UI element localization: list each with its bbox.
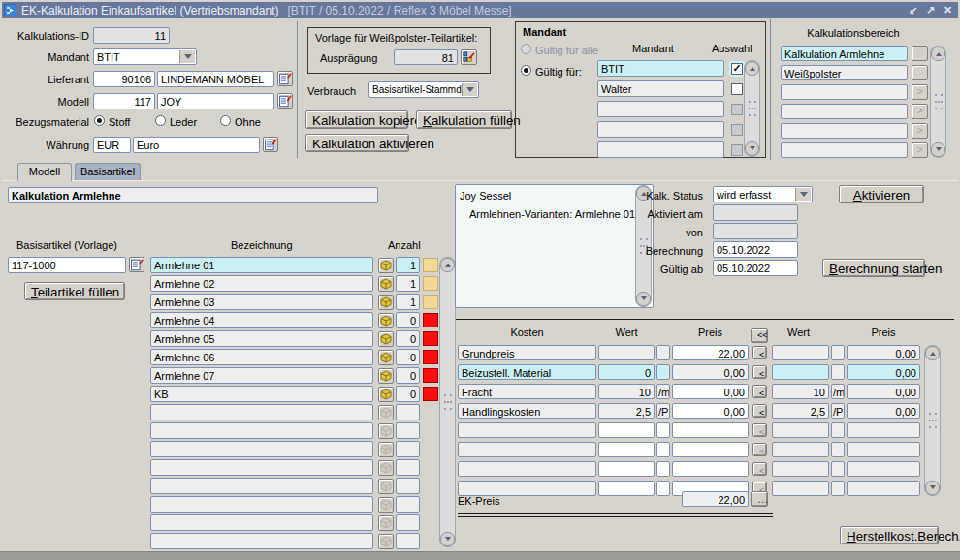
anzahl-field[interactable] [396,441,420,457]
anzahl-field[interactable] [396,404,420,420]
kosten-name-field[interactable]: Grundpreis [458,345,596,360]
kosten-name-field[interactable] [458,481,596,496]
bezeichnung-field[interactable]: Armlehne 03 [150,294,373,310]
copy-row-button[interactable]: < [752,365,767,379]
wert2-field[interactable]: 10 [772,384,829,399]
gueltig-ab-field[interactable]: 05.10.2022 [713,260,798,276]
mandant-select[interactable]: BTIT [93,48,197,65]
bereich-nav-button[interactable]: > [912,123,928,139]
anzahl-field[interactable] [396,496,420,513]
scroll-down-icon[interactable] [931,142,945,157]
anzahl-field[interactable] [396,514,420,531]
bezeichnung-field[interactable]: KB [150,386,373,402]
scroll-up-icon[interactable] [925,346,940,360]
teilartikel-package-icon[interactable] [378,350,394,365]
bezeichnung-field[interactable]: Armlehne 06 [150,349,373,365]
anzahl-field[interactable]: 0 [396,330,420,347]
tab-basisartikel[interactable]: Basisartikel [75,163,141,180]
copy-row-button[interactable]: < [752,346,767,359]
kalkulation-kopieren-button[interactable]: Kalkulation kopieren [305,110,408,129]
lieferant-number-field[interactable]: 90106 [93,71,155,87]
anzahl-field[interactable]: 1 [396,294,420,310]
auswahl-checkbox[interactable] [731,83,743,95]
berechnung-starten-button[interactable]: Berechnung starten [822,259,925,277]
wert-field[interactable]: 10 [598,384,655,399]
anzahl-field[interactable]: 0 [396,312,420,328]
chevron-down-icon[interactable] [462,83,477,96]
teilartikel-package-icon[interactable] [378,295,394,310]
window-close-icon[interactable]: ✕ [941,3,955,17]
bezeichnung-field[interactable] [150,404,373,420]
lieferant-lookup-icon[interactable] [277,71,293,86]
modell-lookup-icon[interactable] [277,93,293,109]
bereich-nav-button[interactable]: > [912,104,928,119]
copy-all-button[interactable]: << [751,328,768,343]
anzahl-field[interactable]: 1 [396,257,420,273]
mandant-name-field[interactable]: Walter [597,80,724,97]
copy-row-button[interactable]: < [752,443,767,456]
einheit-field[interactable] [656,345,670,360]
bezeichnung-field[interactable] [150,422,373,439]
chevron-down-icon[interactable] [795,188,811,201]
bereich-nav-button[interactable] [912,65,928,80]
einheit2-field[interactable]: /PE [831,403,845,419]
scroll-up-icon[interactable] [931,47,945,61]
aktivieren-button[interactable]: Aktivieren [839,185,924,203]
scroll-down-icon[interactable] [925,481,940,495]
wert2-field[interactable] [772,345,829,360]
kosten-name-field[interactable]: Handlingskosten [458,403,596,419]
scroll-down-icon[interactable] [636,292,651,306]
window-maximize-icon[interactable]: ↗ [923,3,938,17]
preis2-field[interactable] [847,461,920,477]
wert-field[interactable] [598,481,655,496]
anzahl-field[interactable] [396,533,420,549]
herstellkosten-berechnung-button[interactable]: Herstellkost.Berech. [840,526,939,544]
einheit-field[interactable] [656,364,670,380]
bezeichnung-field[interactable] [150,496,373,513]
wert2-field[interactable] [772,364,829,380]
verbrauch-select[interactable]: Basisartikel-Stammd... [368,81,479,98]
wert2-field[interactable] [772,422,829,438]
radio-gueltig-fuer[interactable] [521,65,531,76]
preis-field[interactable]: 0,00 [672,384,749,399]
preis2-field[interactable]: 0,00 [847,403,920,419]
bezeichnung-field[interactable]: Armlehne 07 [150,367,373,384]
anzahl-field[interactable]: 1 [396,275,420,292]
bereich-scrollbar[interactable] [930,46,946,158]
bereich-item-field[interactable]: Kalkulation Armlehne [781,46,908,61]
wert-field[interactable] [598,345,655,360]
bereich-item-field[interactable] [781,84,908,100]
anzahl-field[interactable] [396,459,420,476]
anzahl-field[interactable]: 0 [396,349,420,365]
chevron-down-icon[interactable] [179,50,195,63]
preis-field[interactable]: 0,00 [672,403,749,419]
kosten-name-field[interactable] [458,461,596,477]
bezeichnung-field[interactable] [150,533,373,549]
scroll-up-icon[interactable] [745,61,759,76]
basisartikel-vorlage-field[interactable]: 117-1000 [8,257,126,273]
einheit2-field[interactable] [831,461,845,477]
lieferant-name-field[interactable]: LINDEMANN MÖBEL [157,71,274,87]
copy-row-button[interactable]: < [752,404,767,418]
mandant-scrollbar[interactable] [744,60,760,157]
kalk-status-select[interactable]: wird erfasst [713,186,813,202]
kosten-name-field[interactable]: Beizustell. Material [458,364,596,380]
teilartikel-package-icon[interactable] [378,331,394,347]
einheit-field[interactable]: /m³ [656,384,670,399]
einheit2-field[interactable] [831,422,845,438]
wert-field[interactable]: 0 [598,364,655,380]
einheit2-field[interactable] [831,345,845,360]
bereich-item-field[interactable]: Weißpolster [781,65,908,80]
berechnung-field[interactable]: 05.10.2022 [713,241,798,258]
wert2-field[interactable] [772,481,829,496]
preis2-field[interactable]: 0,00 [847,364,920,380]
tab-modell[interactable]: Modell [17,163,72,181]
bezeichnung-field[interactable] [150,514,373,531]
preis2-field[interactable] [847,481,920,496]
modell-name-field[interactable]: JOY [157,93,274,109]
einheit2-field[interactable]: /m³ [831,384,845,399]
waehrung-name-field[interactable]: Euro [133,137,260,153]
radio-gueltig-fuer-alle[interactable] [521,44,531,54]
auspraegung-lookup-icon[interactable] [461,49,477,65]
teilartikel-package-icon[interactable] [378,368,394,384]
